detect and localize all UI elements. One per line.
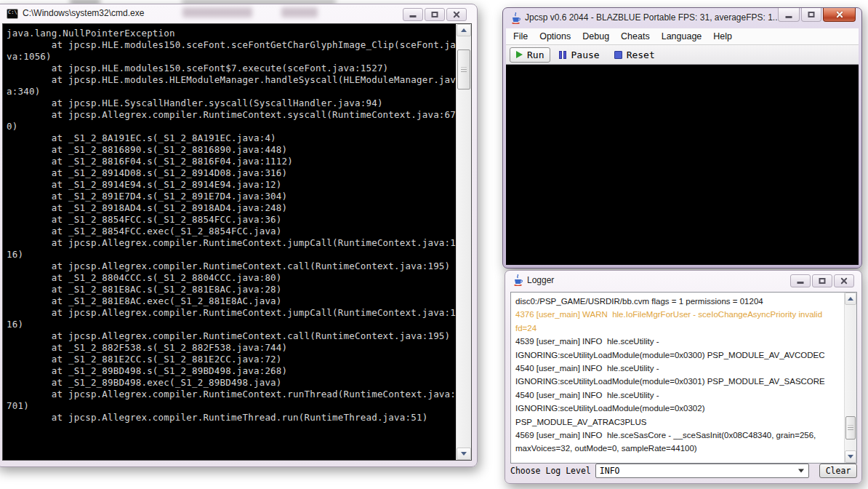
jpcsp-titlebar[interactable]: Jpcsp v0.6 2044 - BLAZBLUE Portable FPS:… (503, 8, 861, 28)
maximize-button[interactable] (801, 8, 821, 22)
arrow-up-icon (461, 28, 467, 32)
console-line: at _S1_2_89BD498.exec(_S1_2_89BD498.java… (7, 377, 456, 389)
console-line: at jpcsp.Allegrex.compiler.RuntimeThread… (7, 412, 456, 424)
console-line: at _S1_2_882F538.s(_S1_2_882F538.java:74… (7, 342, 456, 354)
console-line: va:1056) (7, 51, 456, 63)
console-line: at jpcsp.Allegrex.compiler.RuntimeContex… (7, 109, 456, 121)
java-cup-icon (513, 274, 523, 286)
menu-debug[interactable]: Debug (576, 28, 615, 44)
logger-titlebar[interactable]: Logger (505, 271, 861, 290)
log-output-panel[interactable]: disc0:/PSP_GAME/USRDIR/bb.cvm flags = 1 … (510, 292, 857, 464)
console-line: at jpcsp.Allegrex.compiler.RuntimeContex… (7, 389, 456, 400)
log-line: maxVoices=32, outMode=0, sampleRate=4410… (515, 442, 844, 455)
log-line: PSP_MODULE_AV_ATRAC3PLUS (515, 416, 844, 429)
console-line: at _S1_2_8918AD4.s(_S1_2_8918AD4.java:24… (7, 202, 456, 214)
clear-button[interactable]: Clear (819, 464, 857, 478)
reset-button[interactable]: Reset (608, 47, 661, 63)
arrow-down-icon (848, 455, 853, 458)
console-line: at _S1_2_881E8AC.exec(_S1_2_881E8AC.java… (7, 295, 456, 307)
console-line: at jpcsp.HLE.modules150.sceFont.sceFontG… (7, 39, 456, 51)
log-line-warn: 4376 [user_main] WARN hle.IoFileMgrForUs… (515, 308, 844, 321)
console-line: at jpcsp.Allegrex.compiler.RuntimeContex… (7, 307, 456, 319)
jpcsp-toolbar: Run Pause Reset (506, 45, 859, 65)
pause-button[interactable]: Pause (553, 47, 605, 63)
scroll-thumb[interactable] (845, 416, 856, 440)
console-line: at _S1_2_8914E94.s(_S1_2_8914E94.java:12… (7, 179, 456, 191)
log-line: disc0:/PSP_GAME/USRDIR/bb.cvm flags = 1 … (515, 295, 844, 308)
log-line: 4540 [user_main] INFO hle.sceUtility - (515, 362, 844, 375)
arrow-up-icon (848, 297, 853, 301)
close-button[interactable] (834, 274, 854, 287)
console-line: at jpcsp.HLE.modules.HLEModuleManager.ha… (7, 74, 456, 86)
logger-window-title: Logger (527, 271, 554, 290)
menu-file[interactable]: File (507, 28, 534, 44)
maximize-button[interactable] (812, 274, 832, 287)
console-line: at _S1_2_891E7D4.s(_S1_2_891E7D4.java:30… (7, 191, 456, 202)
jpcsp-window: Jpcsp v0.6 2044 - BLAZBLUE Portable FPS:… (502, 7, 862, 269)
console-line: at _S1_2_8854FCC.s(_S1_2_8854FCC.java:36… (7, 214, 456, 226)
console-line: at jpcsp.Allegrex.compiler.RuntimeContex… (7, 237, 456, 249)
maximize-button[interactable] (425, 8, 445, 21)
console-line: java.lang.NullPointerException (7, 28, 456, 39)
logger-footer: Choose Log Level INFO Clear (508, 461, 859, 480)
log-level-label: Choose Log Level (510, 466, 591, 476)
log-line: IGNORING:sceUtilityLoadModule(module=0x0… (515, 375, 844, 388)
logger-window: Logger disc0:/PSP_GAME/USRDIR/bb.cvm fla… (505, 270, 862, 484)
java-cup-icon (510, 12, 521, 24)
scroll-up-button[interactable] (457, 24, 471, 36)
close-button[interactable] (446, 8, 467, 21)
console-line: 16) (7, 319, 456, 330)
console-output: java.lang.NullPointerException at jpcsp.… (3, 24, 456, 460)
menu-options[interactable]: Options (534, 28, 576, 44)
console-line: at jpcsp.Allegrex.compiler.RuntimeContex… (7, 261, 456, 272)
console-line: 0) (7, 121, 456, 132)
console-line: at jpcsp.HLE.SyscallHandler.syscall(Sysc… (7, 98, 456, 109)
console-line: at _S1_2_8854FCC.exec(_S1_2_8854FCC.java… (7, 226, 456, 237)
console-line: at _S1_2_8A191EC.s(_S1_2_8A191EC.java:4) (7, 132, 456, 144)
scroll-down-button[interactable] (457, 448, 471, 460)
scroll-thumb[interactable] (457, 49, 470, 90)
glass-reflection (281, 7, 318, 17)
logger-scrollbar[interactable] (844, 293, 856, 463)
menu-language[interactable]: Language (656, 28, 708, 44)
chevron-down-icon (798, 469, 804, 473)
minimize-button[interactable] (403, 8, 423, 21)
emulator-screen[interactable] (506, 65, 859, 265)
cmd-window: C:\ C:\Windows\system32\cmd.exe java.lan… (0, 4, 478, 467)
log-line-warn: fd=24 (515, 322, 844, 335)
minimize-button[interactable] (778, 8, 800, 22)
log-output: disc0:/PSP_GAME/USRDIR/bb.cvm flags = 1 … (511, 293, 844, 463)
log-line: IGNORING:sceUtilityLoadModule(module=0x0… (515, 349, 844, 362)
console-line: 16) (7, 249, 456, 261)
cmd-window-title: C:\Windows\system32\cmd.exe (23, 4, 144, 23)
console-line: at _S1_2_8816F04.s(_S1_2_8816F04.java:11… (7, 156, 456, 167)
run-button[interactable]: Run (510, 47, 550, 63)
log-level-select[interactable]: INFO (595, 464, 809, 478)
cmd-console[interactable]: java.lang.NullPointerException at jpcsp.… (2, 23, 472, 461)
cmd-titlebar[interactable]: C:\ C:\Windows\system32\cmd.exe (0, 4, 477, 23)
log-line: 4539 [user_main] INFO hle.sceUtility - (515, 335, 844, 348)
log-line: 4540 [user_main] INFO hle.sceUtility - (515, 389, 844, 402)
menu-cheats[interactable]: Cheats (615, 28, 656, 44)
jpcsp-window-title: Jpcsp v0.6 2044 - BLAZBLUE Portable FPS:… (525, 8, 780, 28)
reset-icon (614, 51, 622, 59)
console-line: at _S1_2_881E8AC.s(_S1_2_881E8AC.java:28… (7, 284, 456, 295)
console-line: 701) (7, 400, 456, 412)
console-line: at _S1_2_881E2CC.s(_S1_2_881E2CC.java:72… (7, 354, 456, 365)
menu-help[interactable]: Help (707, 28, 738, 44)
glass-reflection (182, 7, 252, 17)
pause-icon (559, 51, 566, 59)
close-button[interactable] (823, 8, 856, 22)
log-line: IGNORING:sceUtilityLoadModule(module=0x0… (515, 402, 844, 415)
minimize-button[interactable] (790, 274, 811, 287)
log-line: 4569 [user_main] INFO hle.sceSasCore - _… (515, 429, 844, 442)
console-line: at _S1_2_89BD498.s(_S1_2_89BD498.java:26… (7, 365, 456, 377)
console-line: a:340) (7, 86, 456, 98)
console-line: at _S1_2_8914D08.s(_S1_2_8914D08.java:31… (7, 167, 456, 179)
cmd-prompt-icon: C:\ (7, 9, 18, 19)
pause-label: Pause (571, 49, 599, 60)
scroll-up-button[interactable] (845, 293, 856, 305)
console-line: at jpcsp.HLE.modules150.sceFont$7.execut… (7, 63, 456, 74)
cmd-scrollbar[interactable] (456, 24, 471, 460)
arrow-down-icon (461, 452, 467, 456)
